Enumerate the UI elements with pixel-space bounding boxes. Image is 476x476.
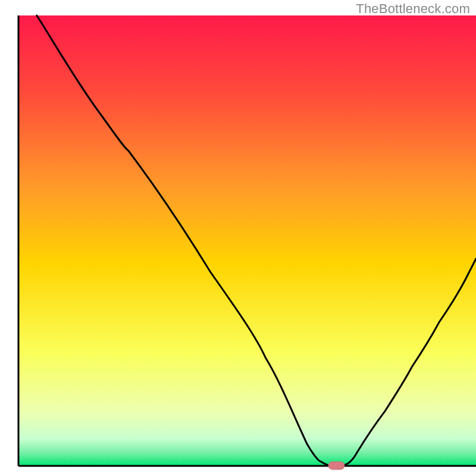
optimal-point-marker (328, 462, 345, 469)
svg-rect-0 (18, 15, 476, 466)
chart-container: { "watermark": "TheBottleneck.com", "col… (0, 0, 476, 476)
bottleneck-chart (0, 0, 476, 476)
plot-area (18, 15, 476, 469)
watermark-text: TheBottleneck.com (356, 1, 470, 17)
